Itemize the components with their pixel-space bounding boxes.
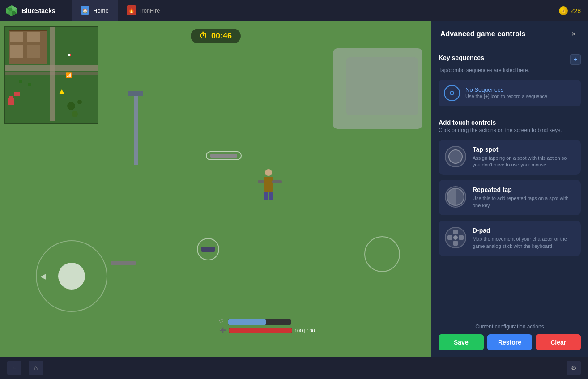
dpad-top <box>453 230 458 234</box>
shield-bar-fill <box>228 319 266 325</box>
dpad-outer-ring: ◀ <box>36 240 107 312</box>
sequence-icon <box>444 85 460 101</box>
save-button[interactable]: Save <box>439 334 484 350</box>
hud-bottom: 🛡 ➕ 100 | 100 <box>219 319 315 334</box>
add-sequence-button[interactable]: + <box>570 54 581 65</box>
overlay-circle-1 <box>364 236 400 272</box>
dpad-corner-tl <box>447 230 452 234</box>
repeated-tap-name: Repeated tap <box>473 186 575 193</box>
dpad-icon-grid <box>447 230 464 246</box>
shield-icon: 🛡 <box>219 319 226 325</box>
shield-bar-container: 🛡 <box>219 319 315 325</box>
divider-1 <box>439 112 581 112</box>
minimap-item-1 <box>14 92 20 96</box>
coin-icon: 💰 <box>559 6 568 15</box>
minimap-building-2 <box>27 31 40 43</box>
timer-display: ⏱ 00:46 <box>191 29 241 43</box>
repeated-tap-icon <box>445 186 466 208</box>
dpad-desc: Map the movement of your character or th… <box>473 236 575 250</box>
tap-spot-circle <box>448 149 463 164</box>
minimap-item-3 <box>8 98 14 105</box>
health-text: 100 | 100 <box>294 328 315 333</box>
tap-spot-name: Tap spot <box>473 146 575 153</box>
sequence-icon-inner <box>450 91 454 95</box>
repeated-tap-info: Repeated tap Use this to add repeated ta… <box>473 186 575 209</box>
dpad-card[interactable]: D-pad Map the movement of your character… <box>439 221 581 256</box>
gun-pickup-2 <box>107 259 139 267</box>
panel-title: Advanced game controls <box>440 30 525 38</box>
repeated-tap-card[interactable]: Repeated tap Use this to add repeated ta… <box>439 180 581 215</box>
app-name: BlueStacks <box>21 7 55 14</box>
repeated-tap-half-icon <box>447 188 464 206</box>
tap-spot-info: Tap spot Assign tapping on a spot with t… <box>473 146 575 169</box>
sequence-title: No Sequences <box>465 86 547 93</box>
sequence-desc: Use the [+] icon to record a sequence <box>465 93 547 99</box>
tab-home[interactable]: 🏠 Home <box>72 0 118 21</box>
char-arm-left <box>258 180 264 183</box>
back-button[interactable]: ← <box>7 361 21 375</box>
minimap-building-3 <box>10 45 23 58</box>
tree-3 <box>77 100 82 104</box>
minimap-player-marker <box>68 54 71 56</box>
tap-spot-desc: Assign tapping on a spot with this actio… <box>473 155 575 169</box>
health-bar-bg <box>229 328 292 333</box>
repeated-tap-desc: Use this to add repeated taps on a spot … <box>473 195 575 209</box>
app-logo: BlueStacks <box>0 4 72 17</box>
shield-bar-bg <box>228 319 291 325</box>
restore-button[interactable]: Restore <box>487 334 533 350</box>
minimap-building-4 <box>27 45 40 58</box>
tab-game[interactable]: 🔥 IronFire <box>118 0 169 21</box>
char-head <box>265 169 272 176</box>
minimap-tree-2 <box>28 83 31 86</box>
close-button[interactable]: × <box>568 29 579 39</box>
rocky-terrain-inner <box>346 57 418 115</box>
dpad-area[interactable]: ◀ <box>36 240 107 312</box>
add-touch-controls-desc: Click or drag the actions on the screen … <box>439 127 581 134</box>
dpad-info: D-pad Map the movement of your character… <box>473 227 575 250</box>
streetlight-head <box>128 91 143 96</box>
title-bar: BlueStacks 🏠 Home 🔥 IronFire 💰 228 <box>0 0 588 21</box>
bottom-bar: ← ⌂ ⚙ <box>0 357 588 379</box>
timer-value: 00:46 <box>211 31 232 41</box>
gun-shape-1 <box>210 154 237 158</box>
char-legs <box>264 192 273 200</box>
dpad-center <box>453 235 458 240</box>
clear-button[interactable]: Clear <box>536 334 581 350</box>
char-leg-right <box>269 192 273 200</box>
char-body <box>264 177 273 192</box>
panel-header: Advanced game controls × <box>431 21 588 47</box>
gun-shape-2 <box>111 261 136 265</box>
dpad-corner-tr <box>459 230 464 234</box>
home-button[interactable]: ⌂ <box>29 361 43 375</box>
dpad-bottom <box>453 241 458 246</box>
gun-icon-3 <box>201 247 215 252</box>
sequence-item: No Sequences Use the [+] icon to record … <box>439 80 581 106</box>
dpad-right <box>459 235 464 240</box>
health-bar-fill <box>229 328 292 333</box>
timer-icon: ⏱ <box>200 31 208 41</box>
dpad-inner-circle <box>58 263 85 290</box>
tap-spot-icon <box>445 146 466 167</box>
minimap-wifi: 📶 <box>66 72 72 78</box>
settings-icon[interactable]: ⚙ <box>567 361 581 375</box>
minimap-arrow <box>59 89 64 94</box>
footer-section-title: Current configuration actions <box>439 324 581 330</box>
add-touch-controls-title: Add touch controls <box>439 119 496 126</box>
tree-1 <box>67 102 75 110</box>
tree-2 <box>72 111 78 117</box>
health-icon: ➕ <box>219 327 226 334</box>
main-area: 📶 ⏱ 00:46 ◀ <box>0 21 588 357</box>
streetlight-pole <box>134 93 138 165</box>
dpad-corner-br <box>459 241 464 246</box>
char-arm-right <box>272 180 282 183</box>
game-character <box>260 169 277 200</box>
game-tab-label: IronFire <box>140 7 160 14</box>
tap-spot-card[interactable]: Tap spot Assign tapping on a spot with t… <box>439 140 581 175</box>
gun-pickup-3 <box>197 238 219 260</box>
minimap: 📶 <box>4 26 98 124</box>
minimap-road-v1 <box>50 27 55 121</box>
home-tab-icon: 🏠 <box>81 6 89 15</box>
game-viewport: 📶 ⏱ 00:46 ◀ <box>0 21 431 357</box>
coin-count: 228 <box>571 7 581 14</box>
panel-content: Key sequences + Tap/combo sequences are … <box>431 47 588 317</box>
